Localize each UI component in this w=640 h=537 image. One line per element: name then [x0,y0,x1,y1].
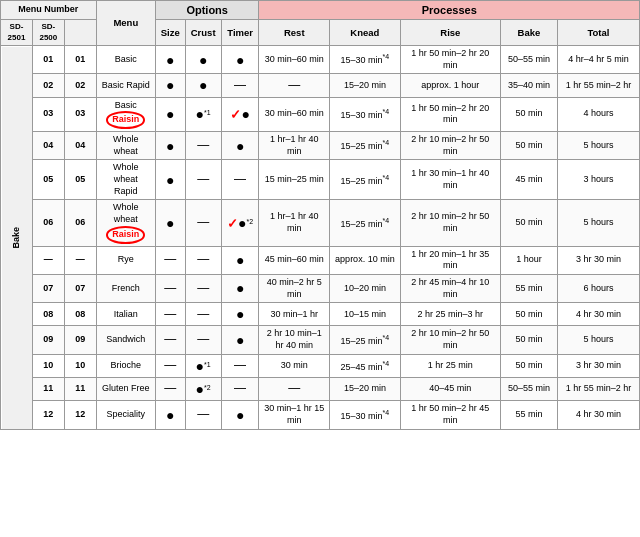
crust-val: — [185,326,221,354]
menu-val: Sandwich [96,326,155,354]
bake-val: 50–55 min [500,46,557,74]
bake-val: 50 min [500,303,557,326]
table-row: 11 11 Gluten Free — ●*2 — — 15–20 min 40… [1,378,640,401]
total-val: 6 hours [557,274,639,302]
knead-val: 15–20 min [330,74,401,97]
bake-val: 55 min [500,401,557,429]
size-val: — [155,378,185,401]
bake-val: 35–40 min [500,74,557,97]
crust-val: — [185,274,221,302]
knead-val: 10–20 min [330,274,401,302]
sd2500-val: 03 [64,97,96,131]
menu-val: Gluten Free [96,378,155,401]
crust-val: ●*2 [185,378,221,401]
knead-val: 15–25 min*4 [330,200,401,246]
size-val: — [155,326,185,354]
sd2501-val: 04 [32,132,64,160]
total-val: 1 hr 55 min–2 hr [557,378,639,401]
crust-val: ● [185,74,221,97]
sd2501-val: 01 [32,46,64,74]
crust-header: Crust [185,20,221,46]
size-val: ● [155,160,185,200]
rise-val: 2 hr 10 min–2 hr 50 min [400,132,500,160]
menu-val: Brioche [96,354,155,377]
total-val: 5 hours [557,326,639,354]
menu-val: Wholewheat [96,132,155,160]
sd2500-val: 12 [64,401,96,429]
timer-val: ● [221,132,259,160]
rise-val: 1 hr 30 min–1 hr 40 min [400,160,500,200]
menu-val: WholewheatRaisin [96,200,155,246]
knead-val: 10–15 min [330,303,401,326]
sd2501-val: 08 [32,303,64,326]
sd2500-val: 02 [64,74,96,97]
rest-val: 2 hr 10 min–1 hr 40 min [259,326,330,354]
bake-val: 1 hour [500,246,557,274]
crust-val: ●*1 [185,97,221,131]
total-val: 4 hr 30 min [557,401,639,429]
total-val: 3 hr 30 min [557,354,639,377]
timer-val: — [221,160,259,200]
crust-val: — [185,246,221,274]
timer-val: ● [221,401,259,429]
crust-val: — [185,200,221,246]
knead-val: 15–30 min*4 [330,97,401,131]
rise-val: 1 hr 50 min–2 hr 20 min [400,97,500,131]
knead-val: 15–25 min*4 [330,326,401,354]
sd2501-val: 03 [32,97,64,131]
raisin-badge: Raisin [106,111,145,129]
table-row: Bake 01 01 Basic ● ● ● 30 min–60 min 15–… [1,46,640,74]
bake-val: 50 min [500,97,557,131]
main-table: Menu Number Menu Options Processes SD-25… [0,0,640,430]
timer-val: ✓●*2 [221,200,259,246]
sd2500-val: 09 [64,326,96,354]
rise-val: 2 hr 45 min–4 hr 10 min [400,274,500,302]
sd2501-val: 06 [32,200,64,246]
menu-number-header: Menu Number [1,1,97,20]
size-val: ● [155,74,185,97]
menu-val: French [96,274,155,302]
rise-val: 2 hr 10 min–2 hr 50 min [400,326,500,354]
rest-val: 30 min [259,354,330,377]
bake-val: 50 min [500,200,557,246]
menu-col-header: Menu [96,1,155,46]
size-val: ● [155,46,185,74]
bake-val: 45 min [500,160,557,200]
crust-val: — [185,132,221,160]
table-row: 04 04 Wholewheat ● — ● 1 hr–1 hr 40 min … [1,132,640,160]
table-row: 05 05 WholewheatRapid ● — — 15 min–25 mi… [1,160,640,200]
timer-val: ✓● [221,97,259,131]
total-val: 4 hours [557,97,639,131]
knead-val: approx. 10 min [330,246,401,274]
menu-val: WholewheatRapid [96,160,155,200]
sd2501-val: 07 [32,274,64,302]
rest-val: 30 min–1 hr [259,303,330,326]
table-row: 09 09 Sandwich — — ● 2 hr 10 min–1 hr 40… [1,326,640,354]
rise-val: 1 hr 50 min–2 hr 20 min [400,46,500,74]
timer-val: — [221,354,259,377]
rise-val: approx. 1 hour [400,74,500,97]
sd2501-val: 09 [32,326,64,354]
size-val: — [155,246,185,274]
sd2501-val: — [32,246,64,274]
size-val: ● [155,97,185,131]
rest-val: 15 min–25 min [259,160,330,200]
sd2500-val: 04 [64,132,96,160]
sd2501-val: 10 [32,354,64,377]
timer-val: ● [221,326,259,354]
rest-val: 30 min–60 min [259,46,330,74]
sd2501-header: SD-2501 [1,20,33,46]
raisin-badge-2: Raisin [106,226,145,244]
bake-val: 50 min [500,326,557,354]
menu-val: Italian [96,303,155,326]
sd2500-val: 07 [64,274,96,302]
sd2501-val: 05 [32,160,64,200]
bake-val: 55 min [500,274,557,302]
knead-val: 15–25 min*4 [330,160,401,200]
total-header: Total [557,20,639,46]
table-row: 08 08 Italian — — ● 30 min–1 hr 10–15 mi… [1,303,640,326]
rise-val: 40–45 min [400,378,500,401]
bake-header: Bake [500,20,557,46]
rise-val: 1 hr 50 min–2 hr 45 min [400,401,500,429]
total-val: 3 hours [557,160,639,200]
